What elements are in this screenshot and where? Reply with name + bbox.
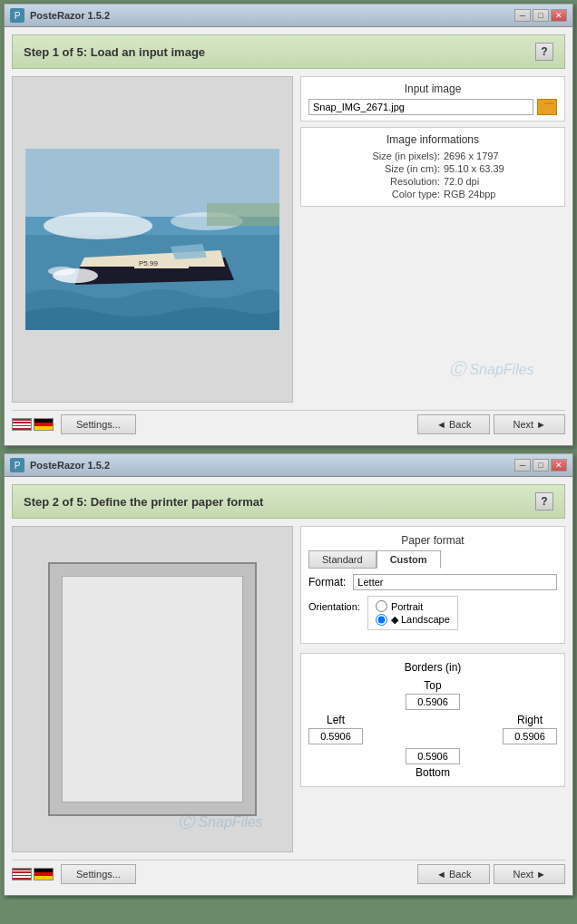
step-header-2: Step 2 of 5: Define the printer paper fo… (12, 484, 565, 519)
right-group: Right (503, 714, 557, 744)
top-input-row (308, 694, 557, 710)
info-label-1: Size (in cm): (349, 163, 440, 174)
bottom-bar-1: Settings... ◄ Back Next ► (12, 410, 565, 438)
borders-section: Borders (in) Top Left (300, 653, 565, 787)
orientation-options: Portrait ◆ Landscape (367, 596, 458, 630)
portrait-option[interactable]: Portrait (376, 600, 450, 612)
filename-row (308, 99, 557, 115)
window-2: P PosteRazor 1.5.2 ─ □ ✕ Step 2 of 5: De… (4, 453, 573, 896)
step-label-2: Step 2 of 5: Define the printer paper fo… (24, 495, 263, 509)
svg-text:Ⓒ SnapFiles: Ⓒ SnapFiles (449, 360, 534, 378)
right-label: Right (517, 714, 543, 726)
title-text-1: PosteRazor 1.5.2 (30, 10, 509, 21)
portrait-radio[interactable] (376, 600, 387, 612)
info-label-2: Resolution: (349, 176, 440, 187)
next-btn-2[interactable]: Next ► (494, 864, 565, 884)
info-value-1: 95.10 x 63.39 (444, 163, 516, 174)
watermark-area-2: Ⓒ SnapFiles (176, 807, 285, 837)
svg-point-12 (48, 267, 75, 276)
image-preview-panel: P5.99 (12, 76, 293, 403)
left-group: Left (308, 714, 363, 744)
filename-input[interactable] (308, 99, 533, 115)
svg-rect-13 (540, 104, 554, 112)
svg-text:Ⓒ SnapFiles: Ⓒ SnapFiles (178, 812, 263, 831)
boat-image: P5.99 (25, 149, 279, 330)
flags-2 (12, 868, 54, 880)
info-label-0: Size (in pixels): (349, 151, 440, 161)
info-value-3: RGB 24bpp (444, 189, 516, 199)
paper-preview-panel: Ⓒ SnapFiles (12, 526, 293, 852)
flag-us-1 (12, 418, 32, 431)
folder-svg (540, 102, 554, 112)
snapfiles-watermark-1: Ⓒ SnapFiles (447, 355, 556, 382)
bottom-input[interactable] (406, 748, 460, 764)
image-info-section: Image informations Size (in pixels): 269… (300, 127, 565, 207)
tab-custom[interactable]: Custom (377, 550, 441, 569)
bottom-label: Bottom (416, 766, 450, 779)
sides-row: Left Right (308, 714, 557, 744)
step-label-1: Step 1 of 5: Load an input image (24, 45, 205, 59)
flag-de-1 (34, 418, 54, 431)
nav-buttons-1: ◄ Back Next ► (417, 414, 565, 434)
help-btn-1[interactable]: ? (535, 43, 553, 61)
top-label: Top (424, 679, 441, 692)
svg-rect-5 (207, 203, 279, 226)
flag-us-2 (12, 868, 32, 880)
title-text-2: PosteRazor 1.5.2 (30, 460, 509, 471)
help-btn-2[interactable]: ? (535, 492, 553, 511)
title-bar-1: P PosteRazor 1.5.2 ─ □ ✕ (5, 5, 572, 27)
info-row-2: Resolution: 72.0 dpi (308, 175, 557, 188)
top-input[interactable] (406, 694, 460, 710)
nav-buttons-2: ◄ Back Next ► (417, 864, 565, 884)
orientation-section: Orientation: Portrait ◆ Landscape (308, 596, 557, 630)
settings-btn-1[interactable]: Settings... (61, 414, 136, 434)
info-value-0: 2696 x 1797 (444, 151, 516, 161)
landscape-radio[interactable] (376, 614, 387, 626)
image-info-label: Image informations (308, 133, 557, 146)
paper-format-section: Paper format Standard Custom Format: Let… (300, 526, 565, 644)
next-btn-1[interactable]: Next ► (494, 414, 565, 434)
top-label-row: Top (308, 679, 557, 692)
paper-format-label: Paper format (308, 534, 557, 547)
bottom-label-row: Bottom (308, 766, 557, 779)
minimize-btn-1[interactable]: ─ (514, 9, 531, 22)
close-btn-1[interactable]: ✕ (551, 9, 567, 22)
right-input[interactable] (503, 728, 557, 744)
info-row-1: Size (in cm): 95.10 x 63.39 (308, 162, 557, 175)
left-input[interactable] (308, 728, 363, 744)
maximize-btn-2[interactable]: □ (533, 459, 549, 472)
borders-title: Borders (in) (308, 661, 557, 674)
landscape-option[interactable]: ◆ Landscape (376, 614, 450, 626)
title-bar-2: P PosteRazor 1.5.2 ─ □ ✕ (5, 454, 572, 477)
flags-1 (12, 418, 54, 431)
window-content-2: Step 2 of 5: Define the printer paper fo… (5, 477, 572, 895)
back-btn-1[interactable]: ◄ Back (417, 414, 490, 434)
svg-point-3 (44, 212, 152, 239)
maximize-btn-1[interactable]: □ (533, 9, 549, 22)
app-icon-2: P (10, 458, 24, 472)
browse-icon[interactable] (537, 99, 557, 115)
info-row-0: Size (in pixels): 2696 x 1797 (308, 150, 557, 162)
format-select[interactable]: Letter A4 Legal (353, 574, 557, 590)
minimize-btn-2[interactable]: ─ (514, 459, 531, 472)
info-label-3: Color type: (349, 189, 440, 199)
app-icon-1: P (10, 8, 24, 23)
format-label: Format: (308, 576, 346, 588)
input-image-label: Input image (308, 83, 557, 95)
settings-btn-2[interactable]: Settings... (61, 864, 136, 884)
close-btn-2[interactable]: ✕ (551, 459, 567, 472)
tab-row: Standard Custom (308, 550, 557, 569)
info-panel-1: Input image Image informations (300, 76, 565, 403)
step-header-1: Step 1 of 5: Load an input image ? (12, 34, 565, 69)
info-row-3: Color type: RGB 24bpp (308, 188, 557, 200)
main-area-2: Ⓒ SnapFiles Paper format Standard Custom… (12, 526, 565, 852)
tab-standard[interactable]: Standard (308, 550, 377, 569)
window-controls-1: ─ □ ✕ (514, 9, 567, 22)
portrait-label: Portrait (391, 601, 423, 612)
bottom-bar-2: Settings... ◄ Back Next ► (12, 860, 565, 888)
svg-marker-10 (171, 244, 207, 259)
boat-svg: P5.99 (25, 149, 279, 330)
back-btn-2[interactable]: ◄ Back (417, 864, 490, 884)
flag-de-2 (34, 868, 54, 880)
input-image-section: Input image (300, 76, 565, 122)
